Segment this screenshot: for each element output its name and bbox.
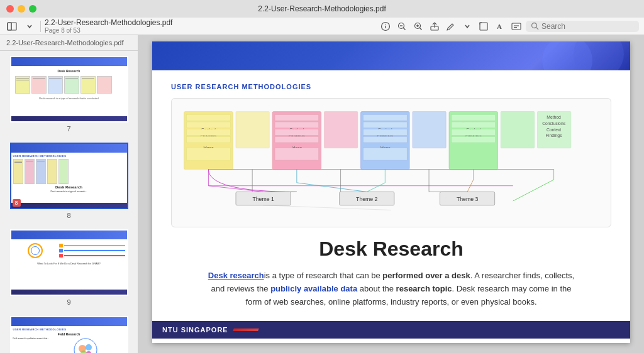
markup-icon[interactable] (509, 19, 523, 33)
thumbnail-page-10[interactable]: USER RESEARCH METHODOLOGIES Field Resear… (0, 311, 138, 353)
highlight-performed: performed over a desk (382, 271, 470, 280)
svg-text:A: A (497, 23, 502, 30)
zoom-in-icon[interactable] (411, 19, 425, 33)
document-info: 2.2-User-Research-Methodologies.pdf Page… (45, 18, 172, 34)
pdf-content-area: USER RESEARCH METHODOLOGIES Method Concl… (138, 35, 644, 353)
svg-rect-68 (452, 129, 496, 136)
share-icon[interactable] (428, 19, 441, 33)
highlight-topic: research topic (396, 284, 452, 293)
diagram-svg: Method Conclusions Context Findings Idea… (178, 105, 604, 218)
page-header (152, 41, 630, 70)
search-input[interactable] (541, 22, 630, 31)
thumb-card (80, 76, 96, 94)
chevron-down-icon2[interactable] (460, 19, 474, 33)
page-main-content: USER RESEARCH METHODOLOGIES Method Concl… (152, 70, 630, 321)
expand-icon[interactable] (477, 19, 491, 33)
desc-part3: about the (357, 284, 396, 293)
sidebar-title: 2.2-User-Research-Methodologies.pdf (0, 35, 138, 51)
svg-rect-38 (187, 148, 231, 160)
thumbnail-page-7[interactable]: Desk Research Desk research is a type of… (0, 51, 138, 138)
highlight-data: publicly available data (270, 284, 357, 293)
svg-rect-35 (187, 122, 231, 128)
minimize-button[interactable] (18, 5, 25, 13)
search-icon (531, 22, 539, 30)
maximize-button[interactable] (29, 5, 36, 13)
svg-rect-15 (480, 23, 487, 30)
svg-rect-57 (363, 122, 407, 128)
page-badge-8: 8 (13, 199, 21, 207)
page-main-title: Desk Research (171, 237, 611, 261)
svg-rect-70 (236, 112, 269, 148)
svg-rect-71 (324, 112, 357, 148)
thumbnail-page-8[interactable]: USER RESEARCH METHODOLOGIES Desk Researc… (0, 138, 138, 224)
thumb-number-8: 8 (67, 212, 70, 219)
svg-rect-60 (363, 148, 407, 160)
svg-point-22 (74, 339, 97, 353)
sidebar: 2.2-User-Research-Methodologies.pdf Desk… (0, 35, 138, 353)
svg-point-5 (385, 24, 386, 24)
svg-rect-47 (275, 129, 319, 136)
svg-rect-69 (452, 136, 496, 143)
header-circle-2 (574, 41, 624, 70)
affinity-diagram: Method Conclusions Context Findings Idea… (171, 98, 611, 227)
info-icon[interactable] (379, 19, 392, 33)
thumb-header-7 (11, 57, 127, 66)
svg-line-8 (404, 28, 406, 30)
svg-rect-49 (275, 148, 319, 160)
svg-rect-34 (187, 114, 231, 121)
thumb-card (31, 76, 47, 94)
svg-rect-37 (187, 136, 231, 143)
toolbar: 2.2-User-Research-Methodologies.pdf Page… (0, 18, 644, 35)
thumb-number-9: 9 (67, 298, 70, 306)
svg-rect-1 (8, 23, 16, 30)
thumb-content-9: What To Look For If We Do a Desk Researc… (11, 231, 127, 295)
svg-rect-58 (363, 129, 407, 136)
svg-rect-67 (452, 122, 496, 128)
svg-text:Context: Context (547, 128, 561, 132)
pencil-icon[interactable] (444, 19, 458, 33)
toolbar-icons: A (379, 19, 639, 33)
svg-rect-45 (275, 114, 319, 121)
svg-text:Findings: Findings (546, 133, 562, 138)
svg-rect-0 (8, 23, 11, 30)
thumb-wrapper-7: Desk Research Desk research is a type of… (10, 56, 128, 122)
thumb-wrapper-9: What To Look For If We Do a Desk Researc… (10, 229, 128, 296)
thumb-card (64, 76, 79, 94)
svg-rect-36 (187, 129, 231, 136)
thumb-card (15, 76, 30, 94)
thumb-wrapper-10: USER RESEARCH METHODOLOGIES Field Resear… (10, 316, 128, 353)
svg-rect-72 (413, 112, 446, 148)
thumbnail-page-9[interactable]: What To Look For If We Do a Desk Researc… (0, 224, 138, 311)
svg-rect-59 (363, 136, 407, 143)
chevron-down-icon[interactable] (23, 19, 36, 33)
svg-text:Method: Method (547, 115, 561, 119)
desk-research-label: Desk research (208, 271, 264, 280)
page-description: Desk researchis a type of research that … (203, 269, 580, 308)
sidebar-toggle-icon[interactable] (5, 19, 19, 33)
text-icon[interactable]: A (493, 19, 507, 33)
svg-rect-46 (275, 122, 319, 128)
thumb-wrapper-8: USER RESEARCH METHODOLOGIES Desk Researc… (10, 143, 128, 209)
zoom-out-icon[interactable] (395, 19, 409, 33)
desc-part1: is a type of research that can be (264, 271, 383, 280)
search-bar[interactable] (526, 21, 639, 32)
section-label: USER RESEARCH METHODOLOGIES (171, 83, 611, 90)
thumb-content-8: USER RESEARCH METHODOLOGIES Desk Researc… (11, 144, 127, 208)
close-button[interactable] (6, 5, 14, 13)
document-filename: 2.2-User-Research-Methodologies.pdf (45, 18, 172, 27)
pdf-page: USER RESEARCH METHODOLOGIES Method Concl… (152, 41, 630, 343)
thumb-cards-7 (13, 74, 125, 95)
svg-rect-73 (501, 112, 534, 148)
page-number: Page 8 of 53 (45, 27, 172, 34)
svg-rect-66 (452, 114, 496, 121)
traffic-lights (6, 5, 36, 13)
thumb-header-10 (11, 317, 127, 326)
thumb-number-7: 7 (67, 125, 70, 133)
toolbar-left: 2.2-User-Research-Methodologies.pdf Page… (5, 18, 375, 34)
window-title: 2.2-User-Research-Methodologies.pdf (258, 4, 386, 13)
main-layout: 2.2-User-Research-Methodologies.pdf Desk… (0, 35, 644, 353)
thumb-content-10: USER RESEARCH METHODOLOGIES Field Resear… (11, 317, 127, 353)
thumb-header-9 (11, 231, 127, 239)
thumb-card (48, 76, 63, 94)
svg-point-20 (532, 23, 537, 28)
